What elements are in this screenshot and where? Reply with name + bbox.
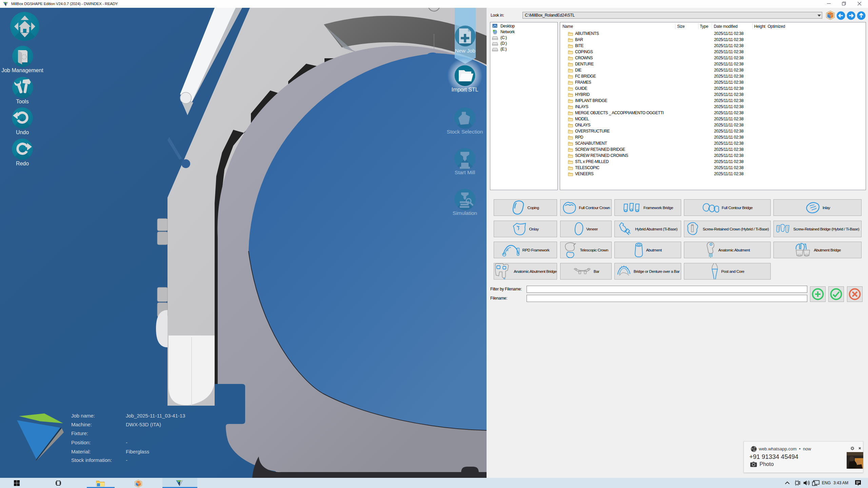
svg-text:Fiberglass: Fiberglass bbox=[126, 449, 149, 454]
svg-text:Stock Selection: Stock Selection bbox=[447, 129, 483, 135]
svg-text:Start Mill: Start Mill bbox=[455, 169, 475, 175]
svg-text:Machine:: Machine: bbox=[71, 422, 92, 427]
svg-text:Job_2025-11-11_03-41-13: Job_2025-11-11_03-41-13 bbox=[126, 413, 185, 419]
svg-text:Import STL: Import STL bbox=[451, 87, 478, 93]
svg-text:Job name:: Job name: bbox=[71, 413, 95, 419]
svg-text:Fixture:: Fixture: bbox=[71, 430, 88, 436]
svg-text:-: - bbox=[126, 440, 127, 445]
svg-text:Undo: Undo bbox=[16, 129, 29, 135]
svg-text:Position:: Position: bbox=[71, 440, 91, 445]
svg-text:Material:: Material: bbox=[71, 449, 91, 454]
svg-text:DWX-53D (ITA): DWX-53D (ITA) bbox=[126, 422, 161, 427]
svg-text:New Job: New Job bbox=[455, 48, 475, 54]
svg-text:Redo: Redo bbox=[16, 161, 29, 166]
svg-text:-: - bbox=[126, 457, 127, 463]
svg-text:Stock information:: Stock information: bbox=[71, 457, 112, 463]
svg-text:Simulation: Simulation bbox=[453, 210, 477, 216]
svg-text:Tools: Tools bbox=[16, 99, 28, 104]
svg-text:Job Management: Job Management bbox=[1, 67, 43, 73]
